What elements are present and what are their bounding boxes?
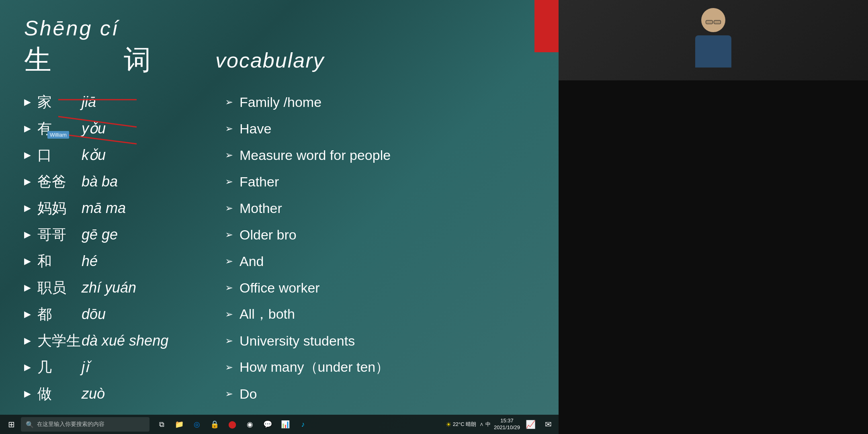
english-text-5: Older bro (240, 227, 297, 243)
vocab-item-left-2[interactable]: ▶ 口 kǒu (24, 143, 201, 167)
english-text-3: Father (240, 174, 279, 190)
vocab-item-left-8[interactable]: ▶ 都 dōu (24, 303, 201, 326)
vocab-item-right-9: ➢ University students (225, 329, 534, 352)
play-button-11[interactable]: ▶ (24, 389, 31, 399)
arrow-7: ➢ (225, 282, 233, 293)
pinyin-5: gē ge (82, 226, 162, 243)
search-icon: 🔍 (26, 421, 34, 428)
security-button[interactable]: 🔒 (207, 417, 222, 432)
play-button-5[interactable]: ▶ (24, 229, 31, 240)
arrow-0: ➢ (225, 96, 233, 108)
english-text-1: Have (240, 121, 271, 137)
play-button-3[interactable]: ▶ (24, 176, 31, 187)
weather-icon: ☀ (446, 421, 451, 428)
title-pinyin: Shēng cí (24, 16, 534, 40)
taskbar-right-area: ☀ 22°C 晴朗 ∧ 中 15:37 2021/10/29 📈 ✉ (446, 417, 555, 432)
english-text-7: Office worker (240, 280, 320, 296)
play-button-7[interactable]: ▶ (24, 283, 31, 293)
vocab-item-right-7: ➢ Office worker (225, 276, 534, 299)
pinyin-3: bà ba (82, 173, 162, 190)
title-chinese-right: 词 (124, 42, 151, 78)
edge-button[interactable]: ◎ (190, 417, 204, 432)
pinyin-1: yǒu (82, 120, 162, 137)
play-button-2[interactable]: ▶ (24, 150, 31, 160)
pinyin-8: dōu (82, 306, 162, 323)
video-feed (559, 0, 868, 80)
person-body (695, 35, 731, 68)
date-display: 2021/10/29 (494, 424, 520, 431)
main-container: Shēng cí 生 词 vocabulary ▶ 家 jiā ▶ 有 yǒu … (0, 0, 868, 434)
chinese-char-0: 家 (37, 92, 82, 112)
file-explorer-button[interactable]: 📁 (172, 417, 186, 432)
pinyin-10: jǐ (82, 359, 162, 376)
vocab-item-left-7[interactable]: ▶ 职员 zhí yuán (24, 276, 201, 299)
vocab-item-right-2: ➢ Measure word for people (225, 143, 534, 167)
start-button[interactable]: ⊞ (3, 416, 19, 432)
taskbar-search[interactable]: 🔍 在这里输入你要搜索的内容 (21, 417, 149, 432)
weather-info: ☀ 22°C 晴朗 (446, 421, 477, 428)
play-button-4[interactable]: ▶ (24, 203, 31, 213)
pinyin-6: hé (82, 253, 162, 270)
vocab-item-right-0: ➢ Family /home (225, 90, 534, 114)
red-accent-rect (534, 0, 559, 52)
vocab-item-right-11: ➢ Do (225, 382, 534, 405)
arrow-9: ➢ (225, 335, 233, 346)
vocab-item-left-3[interactable]: ▶ 爸爸 bà ba (24, 170, 201, 193)
vocab-item-left-0[interactable]: ▶ 家 jiā (24, 90, 201, 114)
vocabulary-list: ▶ 家 jiā ▶ 有 yǒu ▶ 口 kǒu ▶ 爸爸 bà ba ▶ 妈妈 … (24, 90, 534, 409)
english-text-10: How many（under ten） (240, 358, 389, 377)
clock: 15:37 2021/10/29 (494, 418, 520, 431)
chinese-char-9: 大学生 (37, 331, 82, 351)
taskbar-pinned-icons: ⧉ 📁 ◎ 🔒 ⬤ ◉ 💬 📊 ♪ (154, 417, 310, 432)
chinese-char-7: 职员 (37, 278, 82, 298)
english-text-0: Family /home (240, 94, 321, 110)
play-button-6[interactable]: ▶ (24, 256, 31, 266)
vocab-item-left-6[interactable]: ▶ 和 hé (24, 250, 201, 273)
chinese-char-3: 爸爸 (37, 172, 82, 192)
arrow-6: ➢ (225, 256, 233, 267)
play-button-0[interactable]: ▶ (24, 97, 31, 107)
play-button-8[interactable]: ▶ (24, 309, 31, 319)
arrow-3: ➢ (225, 176, 233, 187)
arrow-10: ➢ (225, 362, 233, 373)
english-text-4: Mother (240, 201, 282, 216)
title-chinese-left: 生 (24, 42, 51, 78)
vocab-item-right-4: ➢ Mother (225, 197, 534, 220)
vocab-item-left-10[interactable]: ▶ 几 jǐ (24, 356, 201, 379)
vocab-item-right-8: ➢ All，both (225, 303, 534, 326)
taskbar[interactable]: ⊞ 🔍 在这里输入你要搜索的内容 ⧉ 📁 ◎ 🔒 ⬤ ◉ 💬 📊 ♪ ☀ 22°… (0, 415, 559, 434)
pinyin-4: mā ma (82, 200, 162, 217)
task-view-button[interactable]: ⧉ (154, 417, 169, 432)
vocab-item-left-9[interactable]: ▶ 大学生 dà xué sheng (24, 329, 201, 352)
vocab-item-right-3: ➢ Father (225, 170, 534, 193)
english-text-11: Do (240, 386, 257, 402)
play-button-10[interactable]: ▶ (24, 362, 31, 373)
red-app-button[interactable]: ⬤ (225, 417, 240, 432)
music-button[interactable]: ♪ (296, 417, 310, 432)
play-button-1[interactable]: ▶ (24, 123, 31, 134)
time-display: 15:37 (494, 418, 520, 424)
william-tooltip: William (47, 131, 69, 139)
person-head (701, 8, 725, 32)
chart-icon[interactable]: 📈 (523, 417, 538, 432)
vocab-item-right-1: ➢ Have (225, 117, 534, 140)
powerpoint-button[interactable]: 📊 (278, 417, 293, 432)
chrome-button[interactable]: ◉ (243, 417, 257, 432)
wechat-button[interactable]: 💬 (260, 417, 275, 432)
title-english: vocabulary (215, 48, 324, 72)
vocab-item-left-11[interactable]: ▶ 做 zuò (24, 382, 201, 405)
play-button-9[interactable]: ▶ (24, 336, 31, 346)
vocab-item-left-5[interactable]: ▶ 哥哥 gē ge (24, 223, 201, 246)
vocab-item-right-5: ➢ Older bro (225, 223, 534, 246)
pinyin-0: jiā (82, 94, 162, 111)
arrow-2: ➢ (225, 149, 233, 161)
chinese-char-11: 做 (37, 384, 82, 404)
english-text-9: University students (240, 333, 355, 349)
vocab-item-left-4[interactable]: ▶ 妈妈 mā ma (24, 197, 201, 220)
title-section: Shēng cí 生 词 vocabulary (24, 16, 534, 78)
message-icon[interactable]: ✉ (541, 417, 555, 432)
chinese-char-2: 口 (37, 145, 82, 165)
vocab-item-right-10: ➢ How many（under ten） (225, 356, 534, 379)
vocab-right-column: ➢ Family /home ➢ Have ➢ Measure word for… (225, 90, 534, 409)
weather-text: 22°C 晴朗 (453, 421, 477, 428)
